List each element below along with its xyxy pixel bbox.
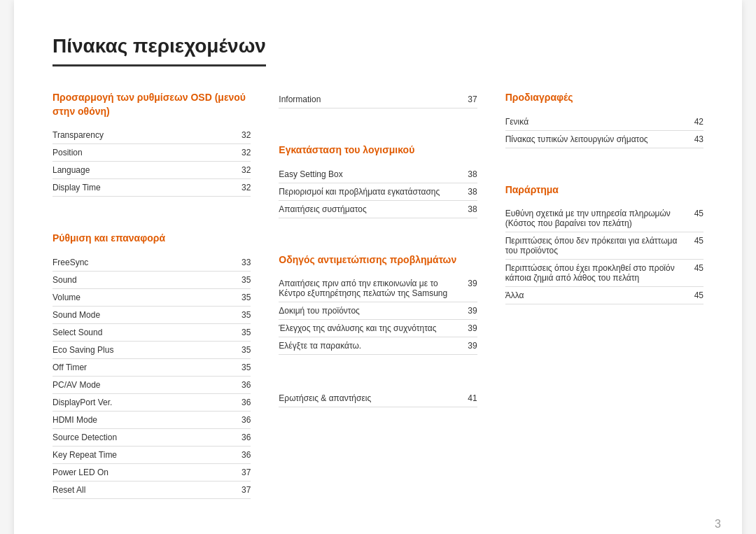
toc-item-page: 37 [241,468,251,477]
toc-item-label: Γενικά [505,117,689,127]
toc-item: Έλεγχος της ανάλυσης και της συχνότητας3… [279,320,477,337]
toc-item: HDMI Mode36 [52,412,251,429]
toc-item: Απαιτήσεις συστήματος38 [279,201,477,218]
toc-item-page: 38 [468,204,477,214]
toc-item: Eco Saving Plus35 [52,342,251,359]
toc-item: Ελέγξτε τα παρακάτω.39 [279,337,477,355]
toc-item-page: 32 [241,165,251,175]
toc-item-label: Έλεγχος της ανάλυσης και της συχνότητας [279,323,462,333]
toc-item-page: 45 [694,236,704,246]
toc-item-label: FreeSync [52,258,236,267]
section-specs-title: Προδιαγραφές [505,91,704,105]
section-appendix-title: Παράρτημα [505,183,704,197]
toc-item: Key Repeat Time36 [52,447,251,464]
toc-item-page: 36 [241,450,251,460]
toc-item-label: Position [52,148,236,157]
toc-item: Sound Mode35 [52,307,251,324]
toc-item: DisplayPort Ver.36 [52,394,251,412]
toc-item-page: 35 [241,363,251,372]
toc-item-page: 43 [694,134,704,144]
toc-item-page: 39 [468,323,477,333]
toc-item: Transparency32 [52,127,251,144]
toc-item-label: Sound Mode [52,310,236,320]
toc-item-label: Ευθύνη σχετικά με την υπηρεσία πληρωμών … [505,209,689,228]
column-3: Προδιαγραφές Γενικά42Πίνακας τυπικών λει… [505,91,704,520]
section-osd: Προσαρμογή των ρυθμίσεων OSD (μενού στην… [52,91,251,197]
toc-item-label: Eco Saving Plus [52,345,236,355]
toc-item: Volume35 [52,289,251,307]
page-title: Πίνακας περιεχομένων [52,35,266,66]
toc-item-label: HDMI Mode [52,415,236,425]
toc-item-label: Easy Setting Box [279,169,462,179]
toc-item-label: Πίνακας τυπικών λειτουργιών σήματος [505,134,689,144]
toc-item: Information37 [279,91,477,108]
toc-item-page: 36 [241,398,251,407]
toc-item: Δοκιμή του προϊόντος39 [279,302,477,320]
toc-item-label: Key Repeat Time [52,450,236,460]
column-1: Προσαρμογή των ρυθμίσεων OSD (μενού στην… [52,91,251,520]
toc-item: Display Time32 [52,179,251,197]
toc-item-page: 42 [694,117,704,127]
toc-item: Easy Setting Box38 [279,166,477,183]
toc-item: Source Detection36 [52,429,251,447]
toc-item-page: 35 [241,345,251,355]
toc-item-page: 38 [468,169,477,179]
toc-item-label: Display Time [52,183,236,192]
toc-list-specs: Γενικά42Πίνακας τυπικών λειτουργιών σήμα… [505,113,704,148]
toc-item-label: Language [52,165,236,175]
toc-item-label: Ελέγξτε τα παρακάτω. [279,341,462,351]
toc-item-page: 36 [241,380,251,390]
toc-item-page: 32 [241,183,251,192]
toc-item: Sound35 [52,272,251,289]
toc-item-label: Περιπτώσεις όπου έχει προκληθεί στο προϊ… [505,263,689,283]
toc-list-software: Easy Setting Box38Περιορισμοί και προβλή… [279,166,477,218]
toc-item: Power LED On37 [52,464,251,482]
toc-item-label: Περιπτώσεις όπου δεν πρόκειται για ελάττ… [505,236,689,255]
toc-item-page: 35 [241,293,251,302]
toc-item: Ερωτήσεις & απαντήσεις41 [279,390,477,407]
toc-item: Ευθύνη σχετικά με την υπηρεσία πληρωμών … [505,205,704,232]
toc-item-label: Reset All [52,485,236,495]
section-troubleshoot: Οδηγός αντιμετώπισης προβλημάτων Απαιτήσ… [279,253,477,356]
toc-item-label: Transparency [52,130,236,140]
section-troubleshoot-title: Οδηγός αντιμετώπισης προβλημάτων [279,253,477,267]
toc-item-page: 41 [468,393,477,403]
toc-item-label: Ερωτήσεις & απαντήσεις [279,393,462,403]
toc-list-faq: Ερωτήσεις & απαντήσεις41 [279,390,477,407]
toc-item-page: 39 [468,341,477,351]
toc-list-troubleshoot: Απαιτήσεις πριν από την επικοινωνία με τ… [279,275,477,355]
toc-item-page: 37 [468,94,477,104]
toc-item-label: Information [279,94,462,104]
toc-list-information: Information37 [279,91,477,108]
toc-item-label: Sound [52,275,236,285]
toc-item-page: 38 [468,187,477,197]
toc-item: Reset All37 [52,482,251,499]
section-appendix: Παράρτημα Ευθύνη σχετικά με την υπηρεσία… [505,183,704,305]
toc-item-label: PC/AV Mode [52,380,236,390]
toc-item: FreeSync33 [52,254,251,272]
toc-item-label: DisplayPort Ver. [52,398,236,407]
toc-item: Περιπτώσεις όπου δεν πρόκειται για ελάττ… [505,232,704,260]
content-grid: Προσαρμογή των ρυθμίσεων OSD (μενού στην… [52,91,704,520]
toc-item-page: 45 [694,209,704,218]
toc-item: Off Timer35 [52,359,251,377]
toc-item-label: Source Detection [52,433,236,442]
section-settings: Ρύθμιση και επαναφορά FreeSync33Sound35V… [52,232,251,499]
toc-item-page: 37 [241,485,251,495]
toc-item-page: 35 [241,310,251,320]
section-faq: Ερωτήσεις & απαντήσεις41 [279,390,477,407]
toc-item-label: Απαιτήσεις πριν από την επικοινωνία με τ… [279,279,462,298]
toc-item-label: Απαιτήσεις συστήματος [279,204,462,214]
page-number: 3 [715,518,721,531]
toc-item-page: 39 [468,306,477,316]
toc-item: Περιορισμοί και προβλήματα εγκατάστασης3… [279,183,477,201]
toc-item-label: Δοκιμή του προϊόντος [279,306,462,316]
toc-item-page: 36 [241,433,251,442]
toc-item: Απαιτήσεις πριν από την επικοινωνία με τ… [279,275,477,302]
toc-item-label: Select Sound [52,328,236,337]
toc-item-label: Off Timer [52,363,236,372]
page-container: Πίνακας περιεχομένων Προσαρμογή των ρυθμ… [14,0,742,534]
toc-list-settings: FreeSync33Sound35Volume35Sound Mode35Sel… [52,254,251,499]
toc-item-page: 39 [468,279,477,288]
toc-item-page: 45 [694,290,704,300]
